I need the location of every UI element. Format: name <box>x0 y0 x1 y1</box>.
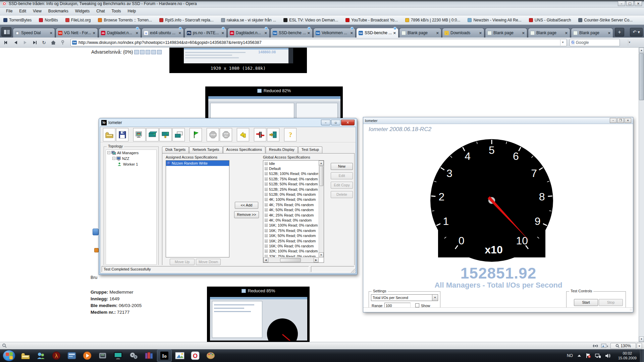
tree-expander[interactable]: − <box>112 157 115 160</box>
show-desktop-button[interactable] <box>640 349 644 362</box>
scroll-up-arrow[interactable]: ▲ <box>639 48 644 53</box>
tree-item-all-managers[interactable]: −All Managers <box>106 150 156 156</box>
bookmark-item[interactable]: Newzbin - Viewing All Re... <box>468 18 521 22</box>
language-indicator[interactable]: NO <box>567 353 573 358</box>
back-button[interactable] <box>11 39 20 47</box>
fit-width-icon[interactable] <box>592 344 598 348</box>
clock[interactable]: 00:02 15.09.2009 <box>618 351 637 360</box>
stop-all-tests-button[interactable]: STOPALL <box>220 128 232 141</box>
minimize-button[interactable]: – <box>321 120 330 125</box>
tab-close-button[interactable]: × <box>393 31 396 35</box>
scroll-left-arrow[interactable]: ◀ <box>263 257 268 262</box>
assigned-spec-item[interactable]: Nizzen Random Write <box>166 161 229 166</box>
tree-item-nzz[interactable]: −NZZ <box>106 156 156 161</box>
taskbar-icon-opera[interactable]: O <box>188 350 203 362</box>
close-button[interactable]: × <box>635 1 642 6</box>
taskbar-icon-lambda[interactable]: λ <box>49 350 64 362</box>
taskbar-icon-blue-app[interactable] <box>64 350 79 362</box>
global-spec-item[interactable]: 16K; 25% Read; 0% random <box>264 238 318 243</box>
bookmark-item[interactable]: Browse Torrents :: Torren... <box>98 18 152 22</box>
global-spec-item[interactable]: 4K; 100% Read; 0% random <box>264 197 318 202</box>
maximize-button[interactable]: ▫ <box>331 120 340 125</box>
bookmark-item[interactable]: UNS - GlobalSearch <box>529 18 571 22</box>
browser-tab[interactable]: Blank page× <box>528 28 570 38</box>
speaker-icon[interactable] <box>605 353 611 358</box>
new-tab-button[interactable]: + <box>615 28 624 37</box>
remove-button[interactable]: Remove >> <box>234 211 259 218</box>
taskbar-icon-remote-monitor[interactable] <box>111 350 125 362</box>
stop-test-button[interactable]: STOP <box>207 128 219 141</box>
taskbar-icon-iometer[interactable]: Io <box>157 350 172 362</box>
bookmark-item[interactable]: 7896 kB/s | 2230 MB | 0:0... <box>405 18 461 22</box>
tab-close-button[interactable]: × <box>479 31 482 35</box>
iometer-tab-disk-targets[interactable]: Disk Targets <box>162 146 189 153</box>
screenshot-thumbnail-large[interactable]: 148860.08 644 x 362 (162.88k) <box>169 48 307 73</box>
taskbar-icon-users[interactable] <box>34 350 48 362</box>
scrollbar-thumb[interactable] <box>319 166 323 186</box>
forward-button[interactable] <box>21 39 30 47</box>
browser-tab[interactable]: ▦Speed Dial× <box>13 28 55 38</box>
scrollbar-thumb[interactable] <box>280 258 301 262</box>
scroll-up-arrow[interactable]: ▲ <box>319 161 324 166</box>
menu-item-bookmarks[interactable]: Bookmarks <box>45 7 72 15</box>
global-spec-item[interactable]: 4K; 50% Read; 0% random <box>264 207 318 213</box>
duplicate-worker-button[interactable] <box>172 128 185 141</box>
menu-item-view[interactable]: View <box>30 7 45 15</box>
tab-close-button[interactable]: × <box>50 31 53 35</box>
move-up-button[interactable]: Move Up <box>170 259 195 265</box>
menu-item-edit[interactable]: Edit <box>16 7 30 15</box>
iometer-results-window[interactable]: Iometer – ❐ × Iometer 2008.06.18-RC2 012… <box>363 117 633 312</box>
browser-tab[interactable]: Blank page× <box>571 28 613 38</box>
tray-expand-arrow[interactable] <box>578 355 581 357</box>
url-input[interactable] <box>78 40 560 45</box>
tree-item-worker-1[interactable]: Worker 1 <box>106 161 156 167</box>
browser-tab[interactable]: hwSSD-benche ...× <box>270 28 313 38</box>
new-button[interactable]: New <box>331 163 353 170</box>
vertical-scrollbar[interactable]: ▲ ▼ <box>319 161 324 257</box>
iometer-tab-network-targets[interactable]: Network Targets <box>189 146 222 153</box>
iometer-tab-test-setup[interactable]: Test Setup <box>298 146 322 153</box>
global-spec-item[interactable]: Idle <box>264 161 318 166</box>
browser-tab[interactable]: dbDagbladet.n...× <box>227 28 270 38</box>
results-titlebar[interactable]: Iometer – ❐ × <box>363 117 633 124</box>
bookmark-item[interactable]: Counter-Strike Server Co... <box>578 18 633 22</box>
global-spec-item[interactable]: 4K; 25% Read; 0% random <box>264 213 318 218</box>
topology-tree[interactable]: −All Managers−NZZWorker 1 <box>106 149 157 265</box>
browser-tab-active[interactable]: hwSSD-benche ...× <box>356 28 398 38</box>
panels-toggle-button[interactable] <box>1 27 11 37</box>
dropdown-arrow[interactable]: ▼ <box>432 295 438 301</box>
global-spec-item[interactable]: 512B; 25% Read; 0% random <box>264 187 318 192</box>
tab-close-button[interactable]: × <box>136 31 139 35</box>
taskbar-icon-chip[interactable] <box>95 350 110 362</box>
browser-tab[interactable]: dbDagbladet.n...× <box>99 28 141 38</box>
tab-close-button[interactable]: × <box>221 31 224 35</box>
stop-button[interactable]: Stop <box>599 299 623 306</box>
taskbar-icon-media-orange[interactable] <box>80 350 95 362</box>
delete-button[interactable]: Delete <box>331 191 353 198</box>
scroll-right-arrow[interactable]: ▶ <box>314 257 319 262</box>
global-spec-item[interactable]: 512B; 0% Read; 0% random <box>264 192 318 197</box>
zoom-control[interactable]: 130% <box>610 343 636 349</box>
action-center-flag-icon[interactable] <box>586 353 591 358</box>
iometer-main-window[interactable]: Io Iometer – ▫ × STOPSTOPALL? Topology −… <box>99 118 357 275</box>
global-spec-item[interactable]: 4K; 0% Read; 0% random <box>264 218 318 223</box>
browser-tab[interactable]: hwVelkommen ...× <box>313 28 356 38</box>
help-button[interactable]: ? <box>284 128 297 141</box>
taskbar-icon-explorer[interactable] <box>18 350 33 362</box>
add-button[interactable]: << Add <box>235 202 258 209</box>
tab-close-button[interactable]: × <box>307 31 310 35</box>
bookmark-item[interactable]: FileList.org <box>65 18 91 22</box>
global-spec-item[interactable]: 4K; 75% Read; 0% random <box>264 202 318 207</box>
save-file-button[interactable] <box>116 128 128 141</box>
images-toggle-icon[interactable] <box>601 343 608 349</box>
scroll-down-arrow[interactable]: ▼ <box>639 337 644 342</box>
tree-expander[interactable]: − <box>107 151 110 154</box>
bookmark-item[interactable]: RplS.info - Starcraft repla... <box>159 18 214 22</box>
iometer-tab-results-display[interactable]: Results Display <box>266 146 298 153</box>
forum-button-partial[interactable] <box>93 229 99 235</box>
bookmark-item[interactable]: YouTube - Broadcast Yo... <box>345 18 398 22</box>
network-worker-button[interactable] <box>159 128 172 141</box>
exit-button[interactable] <box>267 128 279 141</box>
rewind-button[interactable] <box>2 39 11 47</box>
tab-close-button[interactable]: × <box>93 31 96 35</box>
